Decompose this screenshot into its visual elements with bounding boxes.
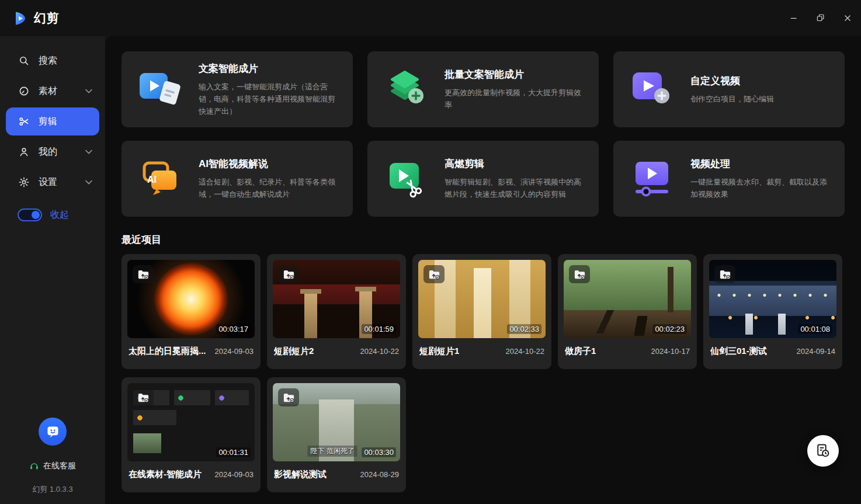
chat-smiley-icon xyxy=(45,424,61,440)
materials-icon xyxy=(18,85,30,98)
feature-card[interactable]: 自定义视频 创作空白项目，随心编辑 xyxy=(613,51,845,127)
gear-icon xyxy=(18,176,30,189)
logo-icon xyxy=(13,11,29,26)
folder-upload-icon[interactable] xyxy=(133,265,154,283)
thumbnail-caption: 陛下 范闲死了 xyxy=(308,446,357,457)
project-name: 短剧短片2 xyxy=(274,346,314,357)
project-date: 2024-10-22 xyxy=(360,347,400,356)
duration-badge: 00:01:31 xyxy=(216,447,251,457)
search-icon xyxy=(18,54,30,67)
sidebar-item-label: 设置 xyxy=(39,176,77,189)
folder-upload-icon[interactable] xyxy=(423,265,445,283)
close-button[interactable] xyxy=(834,0,861,36)
app-logo: 幻剪 xyxy=(0,10,60,26)
project-thumbnail: 00:01:59 xyxy=(273,260,400,338)
duration-badge: 00:02:23 xyxy=(652,324,687,334)
title-bar: 幻剪 xyxy=(0,0,861,36)
feature-title: 文案智能成片 xyxy=(199,62,340,75)
project-name: 影视解说测试 xyxy=(274,469,327,480)
feature-card[interactable]: AI AI智能视频解说 适合短剧、影视、纪录片、科普等各类领域，一键自动生成解说… xyxy=(121,141,353,217)
headset-icon xyxy=(29,461,39,471)
sidebar-item-materials[interactable]: 素材 xyxy=(6,77,99,105)
duration-badge: 00:03:30 xyxy=(362,447,396,457)
feature-description: 智能剪辑短剧、影视、演讲等视频中的高燃片段，快速生成吸引人的内容剪辑 xyxy=(445,176,586,200)
project-name: 在线素材-智能成片 xyxy=(129,469,202,480)
sidebar-item-settings[interactable]: 设置 xyxy=(6,168,99,196)
project-card[interactable]: 00:01:08 仙剑三01-测试 2024-09-14 xyxy=(703,254,842,369)
app-title: 幻剪 xyxy=(34,10,60,26)
collapse-label[interactable]: 收起 xyxy=(50,209,69,221)
sidebar-item-search[interactable]: 搜索 xyxy=(6,47,99,75)
ai-chat-orange-icon: AI xyxy=(121,158,199,200)
project-date: 2024-10-22 xyxy=(506,347,545,356)
player-slider-purple-icon xyxy=(613,158,690,200)
minimize-button[interactable] xyxy=(780,0,807,36)
project-date: 2024-09-03 xyxy=(215,347,254,356)
feature-description: 适合短剧、影视、纪录片、科普等各类领域，一键自动生成解说成片 xyxy=(199,176,340,200)
project-thumbnail: 00:02:23 xyxy=(564,260,691,338)
user-icon xyxy=(18,145,30,158)
video-plus-purple-icon xyxy=(613,68,690,110)
customer-service-button[interactable] xyxy=(39,418,67,446)
folder-upload-icon[interactable] xyxy=(278,388,299,406)
duration-badge: 00:01:08 xyxy=(798,324,832,334)
recent-projects-title: 最近项目 xyxy=(121,233,861,246)
project-card[interactable]: 00:01:59 短剧短片2 2024-10-22 xyxy=(267,254,406,369)
app-window: 幻剪 搜索 素材 xyxy=(0,0,861,504)
project-thumbnail: 00:03:17 xyxy=(127,260,255,338)
project-date: 2024-09-03 xyxy=(215,470,254,479)
feature-card[interactable]: 视频处理 一键批量视频去水印、裁剪、截取以及添加视频效果 xyxy=(613,141,845,217)
doc-play-blue-icon xyxy=(121,68,199,110)
feature-description: 输入文案，一键智能混剪成片（适合营销，电商，科普等各种通用视频智能混剪快速产出） xyxy=(199,81,340,117)
project-thumbnail: 陛下 范闲死了 00:03:30 xyxy=(273,383,400,461)
ai-badge-text: AI xyxy=(147,175,157,185)
duration-badge: 00:03:17 xyxy=(216,324,251,334)
folder-upload-icon[interactable] xyxy=(569,265,590,283)
project-card[interactable]: 00:02:23 做房子1 2024-10-17 xyxy=(558,254,697,369)
sidebar-footer: 在线客服 幻剪 1.0.3.3 xyxy=(0,418,105,495)
folder-upload-icon[interactable] xyxy=(714,265,735,283)
sidebar-item-mine[interactable]: 我的 xyxy=(6,138,99,166)
window-controls xyxy=(780,0,861,36)
chevron-down-icon xyxy=(85,150,92,154)
version-label: 幻剪 1.0.3.3 xyxy=(32,484,72,495)
project-date: 2024-10-17 xyxy=(651,347,690,356)
project-date: 2024-08-29 xyxy=(360,470,400,479)
folder-upload-icon[interactable] xyxy=(133,388,154,406)
duration-badge: 00:02:33 xyxy=(507,324,541,334)
minimize-icon xyxy=(789,13,799,23)
sidebar-item-label: 剪辑 xyxy=(39,116,77,128)
project-card[interactable]: 00:01:31 在线素材-智能成片 2024-09-03 xyxy=(121,377,261,492)
task-history-fab[interactable] xyxy=(807,435,839,467)
main-content: 文案智能成片 输入文案，一键智能混剪成片（适合营销，电商，科普等各种通用视频智能… xyxy=(105,36,861,504)
scissors-icon xyxy=(18,115,30,128)
sidebar-item-edit[interactable]: 剪辑 xyxy=(6,107,99,135)
sidebar-item-label: 我的 xyxy=(39,146,77,158)
close-icon xyxy=(842,13,853,23)
layers-plus-green-icon xyxy=(367,68,445,110)
feature-grid: 文案智能成片 输入文案，一键智能混剪成片（适合营销，电商，科普等各种通用视频智能… xyxy=(121,51,861,217)
online-service[interactable]: 在线客服 xyxy=(29,461,76,471)
project-card[interactable]: 00:03:17 太阳上的日冕雨揭... 2024-09-03 xyxy=(121,254,261,369)
project-card[interactable]: 00:02:33 短剧短片1 2024-10-22 xyxy=(412,254,551,369)
sidebar-item-label: 搜索 xyxy=(39,55,77,67)
project-name: 做房子1 xyxy=(565,346,596,357)
project-name: 仙剑三01-测试 xyxy=(710,346,767,357)
collapse-toggle[interactable] xyxy=(18,208,42,221)
feature-title: AI智能视频解说 xyxy=(199,157,340,171)
project-date: 2024-09-14 xyxy=(797,347,836,356)
feature-title: 高燃剪辑 xyxy=(445,157,586,171)
online-service-label: 在线客服 xyxy=(43,461,76,471)
feature-card[interactable]: 批量文案智能成片 更高效的批量制作视频，大大提升剪辑效率 xyxy=(367,51,599,127)
document-clock-icon xyxy=(815,443,831,459)
maximize-button[interactable] xyxy=(807,0,834,36)
restore-icon xyxy=(815,13,826,23)
feature-description: 一键批量视频去水印、裁剪、截取以及添加视频效果 xyxy=(690,176,832,200)
feature-card[interactable]: 文案智能成片 输入文案，一键智能混剪成片（适合营销，电商，科普等各种通用视频智能… xyxy=(121,51,353,127)
feature-description: 更高效的批量制作视频，大大提升剪辑效率 xyxy=(445,86,586,111)
project-card[interactable]: 陛下 范闲死了 00:03:30 影视解说测试 2024-08-29 xyxy=(267,377,406,492)
project-thumbnail: 00:02:33 xyxy=(418,260,546,338)
feature-description: 创作空白项目，随心编辑 xyxy=(690,93,832,105)
folder-upload-icon[interactable] xyxy=(278,265,299,283)
feature-card[interactable]: 高燃剪辑 智能剪辑短剧、影视、演讲等视频中的高燃片段，快速生成吸引人的内容剪辑 xyxy=(367,141,599,217)
